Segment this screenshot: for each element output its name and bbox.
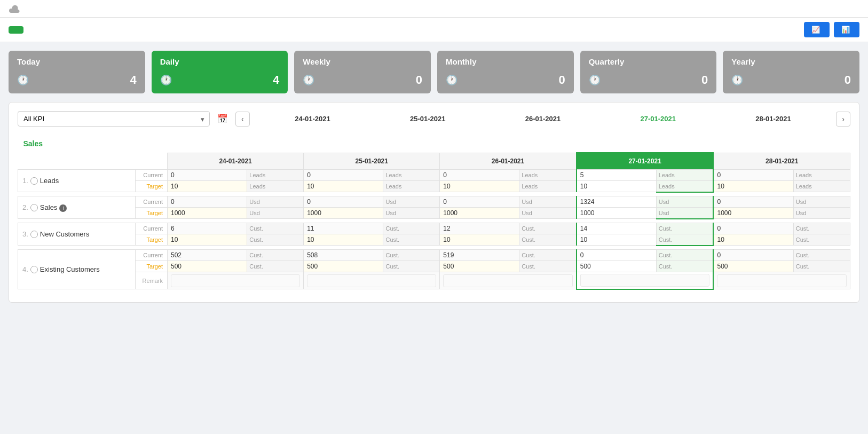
period-card-title: Weekly (303, 57, 422, 66)
remark-input[interactable] (171, 274, 300, 287)
empty-label-header (136, 153, 168, 170)
target-unit-cell: Cust. (793, 234, 850, 246)
period-card-quarterly[interactable]: Quarterly 🕐 0 (580, 51, 717, 93)
kpi-name-cell: 1.Leads (18, 170, 136, 192)
cloud-icon (9, 4, 20, 13)
current-value-cell: 502 (168, 250, 247, 261)
spacer-row (18, 246, 850, 250)
target-unit-cell: Cust. (656, 234, 713, 246)
target-value-cell: 1000 (168, 208, 247, 219)
info-icon[interactable]: i (59, 204, 67, 212)
current-unit-cell: Cust. (793, 223, 850, 234)
current-value-cell: 11 (304, 223, 383, 234)
filter-bar: All KPI Sales 📅 ‹ 24-01-202125-01-202126… (18, 111, 850, 127)
kpi-number: 3. (22, 230, 28, 238)
kpi-target-row: Target1000Usd1000Usd1000Usd1000Usd1000Us… (18, 208, 850, 219)
period-card-daily[interactable]: Daily 🕐 4 (152, 51, 288, 93)
date-column-header: 25-01-2021 (304, 153, 440, 170)
current-unit-cell: Cust. (383, 250, 440, 261)
target-value-cell: 10 (304, 234, 383, 246)
remark-cell[interactable] (304, 272, 440, 289)
kpi-report-button[interactable]: 📈 (804, 22, 830, 37)
kpi-filter-select[interactable]: All KPI Sales (18, 111, 210, 127)
target-unit-cell: Usd (247, 208, 304, 219)
kpi-current-row: 4.Existing CustomersCurrent502Cust.508Cu… (18, 250, 850, 261)
target-unit-cell: Cust. (383, 261, 440, 272)
remark-input[interactable] (443, 274, 572, 287)
current-unit-cell: Usd (656, 196, 713, 208)
period-card-title: Daily (160, 57, 280, 66)
period-cards: Today 🕐 4 Daily 🕐 4 Weekly 🕐 0 Monthly 🕐… (0, 42, 868, 102)
toolbar-right: 📈 📊 (804, 22, 859, 37)
remark-label: Remark (136, 272, 168, 289)
current-unit-cell: Usd (247, 196, 304, 208)
kpi-name: Existing Customers (40, 265, 100, 273)
kpi-name-cell: 2.Salesi (18, 196, 136, 219)
target-unit-cell: Usd (519, 208, 577, 219)
period-card-yearly[interactable]: Yearly 🕐 0 (723, 51, 859, 93)
remark-cell[interactable] (577, 272, 714, 289)
period-card-title: Yearly (731, 57, 851, 66)
current-label: Current (136, 170, 168, 181)
current-unit-cell: Cust. (519, 223, 577, 234)
remark-input[interactable] (307, 274, 436, 287)
app-logo (9, 4, 23, 13)
target-unit-cell: Leads (247, 181, 304, 192)
period-card-count: 0 (845, 73, 851, 87)
target-unit-cell: Cust. (519, 234, 577, 246)
remark-input[interactable] (717, 274, 847, 287)
globe-icon (30, 266, 38, 273)
target-value-cell: 10 (713, 234, 793, 246)
date-header-row: 24-01-202125-01-202126-01-202127-01-2021… (18, 153, 850, 170)
target-unit-cell: Cust. (793, 261, 850, 272)
target-value-cell: 10 (168, 234, 247, 246)
kpi-name: New Customers (40, 230, 89, 238)
kpi-table: Sales24-01-202125-01-202126-01-202127-01… (18, 135, 850, 294)
current-unit-cell: Leads (793, 170, 850, 181)
clock-icon: 🕐 (303, 74, 314, 86)
current-unit-cell: Usd (793, 196, 850, 208)
target-value-cell: 500 (304, 261, 383, 272)
add-kpi-button[interactable] (9, 26, 23, 34)
remark-cell[interactable] (713, 272, 850, 289)
current-unit-cell: Cust. (656, 223, 713, 234)
target-value-cell: 10 (440, 181, 519, 192)
main-content: All KPI Sales 📅 ‹ 24-01-202125-01-202126… (0, 102, 868, 311)
prev-nav-button[interactable]: ‹ (235, 112, 250, 127)
kpi-name-cell: 3.New Customers (18, 223, 136, 246)
target-value-cell: 10 (577, 234, 656, 246)
trend-icon: 📈 (811, 26, 820, 34)
current-value-cell: 0 (713, 250, 793, 261)
header (0, 0, 868, 18)
next-nav-button[interactable]: › (836, 112, 850, 127)
globe-icon (30, 177, 38, 185)
kpi-current-row: 1.LeadsCurrent0Leads0Leads0Leads5Leads0L… (18, 170, 850, 181)
current-value-cell: 5 (577, 170, 656, 181)
current-unit-cell: Cust. (247, 223, 304, 234)
kpi-dashboard-button[interactable]: 📊 (834, 22, 859, 37)
current-value-cell: 6 (168, 223, 247, 234)
spacer-row (18, 289, 850, 294)
remark-cell[interactable] (440, 272, 577, 289)
target-value-cell: 1000 (440, 208, 519, 219)
target-value-cell: 10 (168, 181, 247, 192)
current-value-cell: 12 (440, 223, 519, 234)
calendar-button[interactable]: 📅 (215, 112, 230, 126)
section-label: Sales (18, 135, 850, 153)
current-value-cell: 519 (440, 250, 519, 261)
kpi-table-container: All KPI Sales 📅 ‹ 24-01-202125-01-202126… (9, 102, 859, 303)
kpi-number: 4. (22, 265, 28, 273)
period-card-monthly[interactable]: Monthly 🕐 0 (437, 51, 574, 93)
target-unit-cell: Leads (519, 181, 577, 192)
current-value-cell: 0 (168, 196, 247, 208)
target-label: Target (136, 208, 168, 219)
date-label: 26-01-2021 (485, 113, 601, 125)
clock-icon: 🕐 (17, 74, 29, 86)
remark-input[interactable] (580, 274, 710, 287)
period-card-today[interactable]: Today 🕐 4 (9, 51, 145, 93)
header-left (9, 4, 23, 13)
period-card-weekly[interactable]: Weekly 🕐 0 (294, 51, 431, 93)
current-unit-cell: Cust. (247, 250, 304, 261)
remark-cell[interactable] (168, 272, 304, 289)
target-value-cell: 1000 (304, 208, 383, 219)
